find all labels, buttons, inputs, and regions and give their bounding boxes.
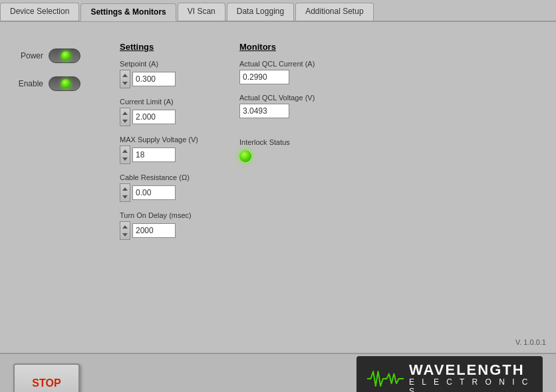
logo-company-name: WAVELENGTH <box>409 361 532 379</box>
actual-qcl-voltage-row <box>239 104 315 118</box>
setpoint-spinner[interactable] <box>120 70 130 88</box>
max-supply-voltage-input[interactable] <box>132 147 176 162</box>
enable-label: Enable <box>13 79 43 88</box>
cable-resistance-down-arrow <box>122 195 128 199</box>
cable-resistance-group: Cable Resistance (Ω) <box>120 173 198 202</box>
setpoint-label: Setpoint (A) <box>120 60 198 68</box>
actual-qcl-voltage-value <box>239 104 289 118</box>
setpoint-down-arrow <box>122 82 128 85</box>
cable-resistance-input[interactable] <box>132 185 176 200</box>
bottom-bar: STOP WAVELENGTH E L E C T R O N I C S ww… <box>0 353 556 392</box>
stop-button[interactable]: STOP <box>13 363 80 392</box>
tab-vi-scan[interactable]: VI Scan <box>178 3 225 21</box>
main-content: Power Enable Settings Setpoint (A) <box>0 22 556 353</box>
setpoint-group: Setpoint (A) <box>120 60 198 88</box>
logo-electronics-text: E L E C T R O N I C S <box>409 377 532 393</box>
setpoint-input[interactable] <box>132 72 176 86</box>
wavelength-waveform-icon <box>367 367 404 391</box>
version-text: V. 1.0.0.1 <box>515 338 546 346</box>
logo-area: WAVELENGTH E L E C T R O N I C S www.tea… <box>356 356 543 393</box>
cable-resistance-up-arrow <box>122 187 128 191</box>
actual-qcl-current-value <box>239 70 289 84</box>
current-limit-up-arrow <box>122 112 128 115</box>
enable-led <box>61 79 70 88</box>
actual-qcl-current-group: Actual QCL Current (A) <box>239 60 315 84</box>
current-limit-down-arrow <box>122 120 128 123</box>
interlock-group: Interlock Status <box>239 138 315 162</box>
tab-data-logging[interactable]: Data Logging <box>227 3 294 21</box>
settings-header: Settings <box>120 42 198 52</box>
setpoint-up-arrow <box>122 74 128 77</box>
turn-on-delay-label: Turn On Delay (msec) <box>120 211 198 219</box>
power-label: Power <box>13 51 43 60</box>
turn-on-delay-row <box>120 221 198 240</box>
current-limit-spinner[interactable] <box>120 108 130 126</box>
actual-qcl-voltage-group: Actual QCL Voltage (V) <box>239 94 315 118</box>
tab-additional-setup[interactable]: Additional Setup <box>295 3 373 21</box>
enable-row: Enable <box>13 76 80 91</box>
actual-qcl-current-row <box>239 70 315 84</box>
max-supply-voltage-down-arrow <box>122 157 128 161</box>
monitors-column: Monitors Actual QCL Current (A) Actual Q… <box>239 42 315 171</box>
current-limit-group: Current Limit (A) <box>120 98 198 126</box>
actual-qcl-voltage-label: Actual QCL Voltage (V) <box>239 94 315 102</box>
current-limit-label: Current Limit (A) <box>120 98 198 106</box>
max-supply-voltage-up-arrow <box>122 149 128 153</box>
settings-column: Settings Setpoint (A) Current Limit (A) <box>120 42 198 249</box>
tab-settings-monitors[interactable]: Settings & Monitors <box>80 3 176 21</box>
interlock-led <box>239 150 251 162</box>
power-toggle[interactable] <box>49 49 80 63</box>
max-supply-voltage-label: MAX Supply Voltage (V) <box>120 136 198 144</box>
actual-qcl-current-label: Actual QCL Current (A) <box>239 60 315 68</box>
interlock-label: Interlock Status <box>239 138 315 146</box>
setpoint-row <box>120 70 198 88</box>
left-controls: Power Enable <box>13 49 80 91</box>
current-limit-row <box>120 108 198 126</box>
cable-resistance-label: Cable Resistance (Ω) <box>120 173 198 181</box>
turn-on-delay-input[interactable] <box>132 223 176 238</box>
turn-on-delay-spinner[interactable] <box>120 221 130 240</box>
max-supply-voltage-group: MAX Supply Voltage (V) <box>120 136 198 164</box>
turn-on-delay-down-arrow <box>122 233 128 237</box>
turn-on-delay-group: Turn On Delay (msec) <box>120 211 198 240</box>
cable-resistance-spinner[interactable] <box>120 183 130 202</box>
enable-toggle[interactable] <box>49 76 80 91</box>
tab-device-selection[interactable]: Device Selection <box>0 3 79 21</box>
cable-resistance-row <box>120 183 198 202</box>
current-limit-input[interactable] <box>132 110 176 124</box>
max-supply-voltage-row <box>120 146 198 164</box>
tab-bar: Device Selection Settings & Monitors VI … <box>0 0 556 22</box>
power-row: Power <box>13 49 80 63</box>
max-supply-voltage-spinner[interactable] <box>120 146 130 164</box>
power-led <box>61 51 70 60</box>
monitors-header: Monitors <box>239 42 315 52</box>
logo-top: WAVELENGTH E L E C T R O N I C S <box>367 361 532 393</box>
turn-on-delay-up-arrow <box>122 225 128 229</box>
